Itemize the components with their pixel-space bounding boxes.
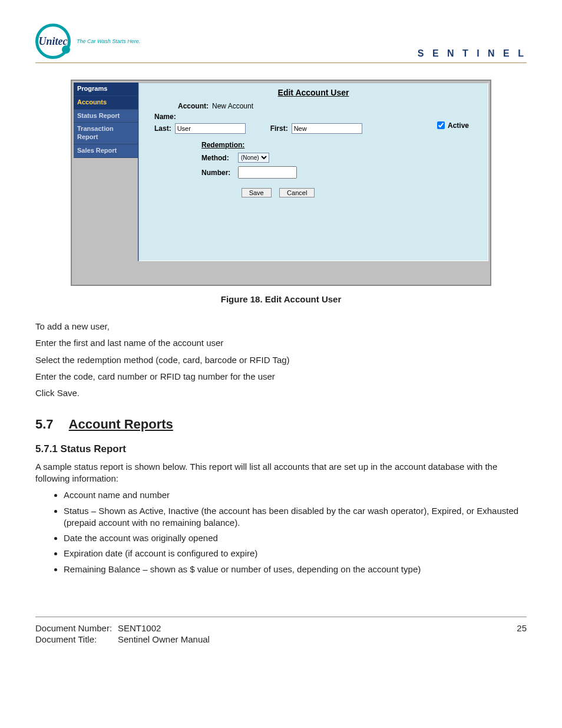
step-1: Enter the first and last name of the acc… <box>35 337 527 349</box>
sidebar-item-status-report[interactable]: Status Report <box>74 110 138 123</box>
screenshot-sidebar: Programs Accounts Status Report Transact… <box>74 83 138 261</box>
subsection-heading-5-7-1: 5.7.1 Status Report <box>35 443 527 456</box>
account-label: Account: <box>178 102 209 110</box>
cancel-button[interactable]: Cancel <box>279 188 315 197</box>
last-label: Last: <box>154 124 171 133</box>
intro-line: To add a new user, <box>35 321 527 332</box>
method-label: Method: <box>201 154 234 162</box>
logo: Unitec The Car Wash Starts Here. <box>35 24 140 59</box>
logo-text: Unitec <box>39 35 68 48</box>
doc-title-value: Sentinel Owner Manual <box>118 634 491 644</box>
screenshot-main-panel: Edit Account User Account: New Account N… <box>138 83 488 261</box>
doc-title-label: Document Title: <box>35 634 118 644</box>
status-report-intro: A sample status report is shown below. T… <box>35 461 527 485</box>
active-label: Active <box>448 121 469 130</box>
sidebar-item-programs[interactable]: Programs <box>74 83 138 96</box>
body-text: To add a new user, Enter the first and l… <box>35 321 527 575</box>
method-select[interactable]: (None) <box>238 153 269 163</box>
doc-num-value: SENT1002 <box>118 623 491 633</box>
status-report-bullets: Account name and number Status – Shown a… <box>64 489 527 575</box>
sidebar-item-accounts[interactable]: Accounts <box>74 96 138 110</box>
screenshot-frame: Programs Accounts Status Report Transact… <box>71 80 491 286</box>
bullet-1: Account name and number <box>64 489 527 501</box>
save-button[interactable]: Save <box>242 188 272 197</box>
subsection-title: Status Report <box>61 443 126 454</box>
page-footer: Document Number: SENT1002 25 Document Ti… <box>35 617 527 644</box>
last-name-input[interactable] <box>175 123 246 134</box>
step-4: Click Save. <box>35 387 527 399</box>
figure-edit-account-user: Programs Accounts Status Report Transact… <box>71 80 491 304</box>
panel-title: Edit Account User <box>154 88 472 97</box>
active-checkbox[interactable] <box>437 121 445 129</box>
number-label: Number: <box>201 169 234 177</box>
logo-ring-icon: Unitec <box>35 24 71 59</box>
first-label: First: <box>270 124 288 133</box>
section-heading-5-7: 5.7 Account Reports <box>35 416 527 433</box>
name-label: Name: <box>154 113 176 121</box>
sidebar-filler <box>74 158 138 262</box>
section-title: Account Reports <box>69 416 173 433</box>
doc-num-label: Document Number: <box>35 623 118 633</box>
figure-caption: Figure 18. Edit Account User <box>71 294 491 304</box>
brand-right: S E N T I N E L <box>418 48 527 59</box>
page-header: Unitec The Car Wash Starts Here. S E N T… <box>35 24 527 63</box>
sidebar-item-transaction-report[interactable]: Transaction Report <box>74 123 138 144</box>
bullet-3: Date the account was originally opened <box>64 532 527 544</box>
step-3: Enter the code, card number or RFID tag … <box>35 371 527 383</box>
bullet-4: Expiration date (if account is configure… <box>64 548 527 559</box>
subsection-number: 5.7.1 <box>35 443 58 454</box>
section-number: 5.7 <box>35 416 54 433</box>
step-2: Select the redemption method (code, card… <box>35 354 527 366</box>
bullet-2: Status – Shown as Active, Inactive (the … <box>64 505 527 529</box>
page-number: 25 <box>491 623 527 633</box>
first-name-input[interactable] <box>292 123 362 134</box>
active-checkbox-group[interactable]: Active <box>435 120 469 131</box>
account-value: New Account <box>212 102 253 110</box>
number-input[interactable] <box>238 166 297 179</box>
redemption-header: Redemption: <box>201 141 355 149</box>
redemption-group: Redemption: Method: (None) Number: Save … <box>201 141 355 197</box>
sidebar-item-sales-report[interactable]: Sales Report <box>74 144 138 158</box>
bullet-5: Remaining Balance – shown as $ value or … <box>64 564 527 575</box>
logo-tagline: The Car Wash Starts Here. <box>77 38 140 44</box>
